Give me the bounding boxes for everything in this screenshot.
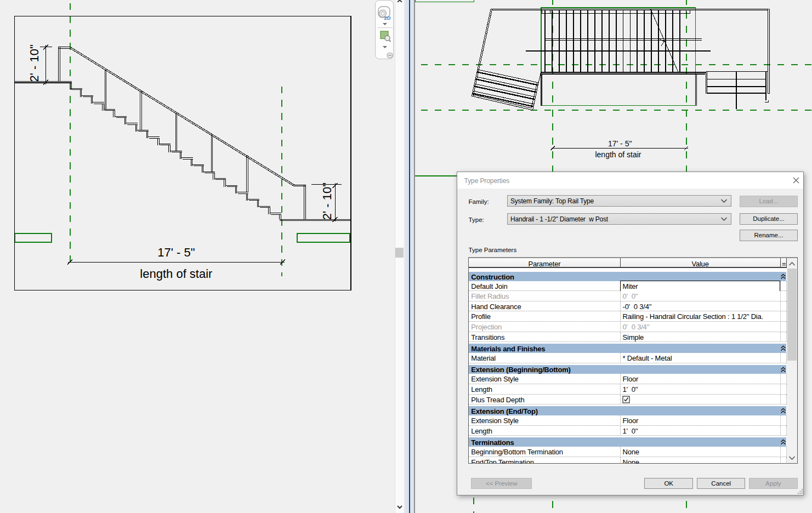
svg-text:17' - 5": 17' - 5" xyxy=(157,246,195,259)
svg-text:length of stair: length of stair xyxy=(140,267,212,281)
svg-text:2' - 10": 2' - 10" xyxy=(27,44,41,82)
svg-text:length of stair: length of stair xyxy=(595,150,641,159)
svg-text:2D: 2D xyxy=(384,15,391,21)
svg-text:17' - 5": 17' - 5" xyxy=(608,139,632,148)
svg-text:2' - 10": 2' - 10" xyxy=(320,183,334,220)
